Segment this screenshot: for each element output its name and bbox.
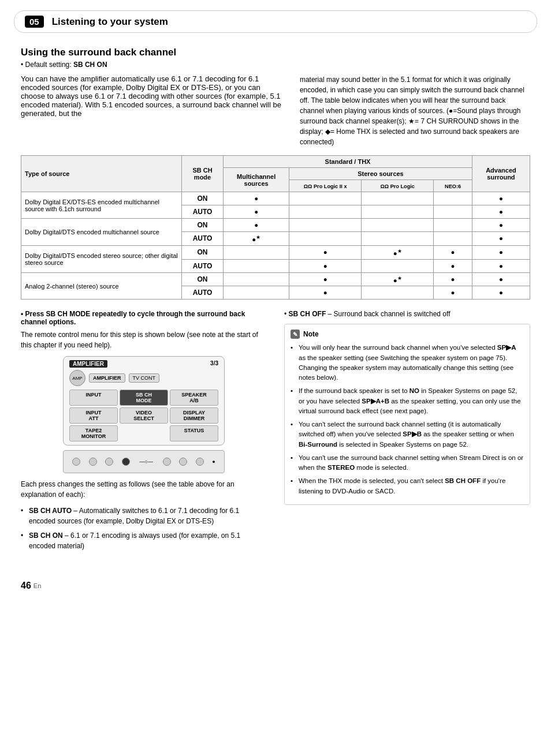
receiver-strip: —○— ● [63, 450, 225, 473]
empty-btn [120, 425, 168, 441]
bullet-sb-auto: SB CH AUTO – Automatically switches to 6… [21, 506, 267, 526]
rcv-dash: —○— [140, 459, 153, 465]
intro-right-text: material may sound better in the 5.1 for… [300, 74, 530, 147]
note-box: ✎ Note You will only hear the surround b… [284, 324, 530, 505]
source-cell: Analog 2-channel (stereo) source [21, 272, 182, 300]
speaker-ab-button[interactable]: SPEAKERA/B [170, 390, 218, 406]
data-cell: ● [224, 219, 289, 232]
data-cell [289, 219, 362, 232]
setting-bullets: SB CH AUTO – Automatically switches to 6… [21, 506, 267, 551]
data-cell: ● [472, 272, 530, 286]
col-header-standard-thx: Standard / THX [224, 156, 472, 168]
rcv-circle-5 [163, 458, 171, 466]
sbch-mode-cell: ON [181, 219, 223, 232]
tape2-monitor-button[interactable]: TAPE2MONITOR [69, 425, 118, 441]
col-header-neo: NEO:6 [434, 180, 472, 192]
input-att-button[interactable]: INPUTATT [69, 407, 118, 424]
input-button[interactable]: INPUT [69, 390, 118, 406]
note-title: ✎ Note [291, 329, 524, 339]
data-cell: ● [472, 232, 530, 246]
data-cell [362, 259, 434, 272]
bottom-right: • SB CH OFF – Surround back channel is s… [284, 310, 530, 555]
data-cell: ● [472, 286, 530, 300]
rcv-circle-6 [179, 458, 187, 466]
data-cell: ● [289, 272, 362, 286]
sbch-mode-cell: AUTO [181, 232, 223, 246]
remote-label: AMPLIFIER [69, 360, 107, 368]
data-cell: ● [224, 205, 289, 219]
sbch-mode-cell: AUTO [181, 205, 223, 219]
table-row: Dolby Digital EX/DTS-ES encoded multicha… [21, 192, 530, 205]
bullet-sb-on: SB CH ON – 6.1 or 7.1 encoding is always… [21, 530, 267, 551]
intro-left: You can have the amplifier automatically… [21, 74, 286, 147]
sbch-mode-cell: ON [181, 245, 223, 259]
data-cell: ● [289, 245, 362, 259]
video-select-button[interactable]: VIDEOSELECT [120, 407, 168, 424]
amplifier-button[interactable]: AMPLIFIER [89, 373, 125, 383]
rcv-dot-filled: ● [212, 459, 215, 465]
data-cell: ● [472, 192, 530, 205]
data-cell [289, 192, 362, 205]
data-cell: ● [434, 259, 472, 272]
data-cell: ● [472, 245, 530, 259]
sbchoff-label: SB CH OFF [289, 310, 326, 318]
remote-buttons: INPUT SB CHMODE SPEAKERA/B INPUTATT VIDE… [69, 390, 218, 441]
note-item: You will only hear the surround back cha… [291, 343, 524, 383]
rcv-circle-2 [89, 458, 97, 466]
table-row: Dolby Digital/DTS encoded multichannel s… [21, 219, 530, 232]
sbchoff-text: – Surround back channel is switched off [328, 310, 451, 318]
data-cell [434, 205, 472, 219]
sbch-mode-cell: ON [181, 272, 223, 286]
intro-left-text: You can have the amplifier automatically… [21, 74, 286, 118]
chapter-number: 05 [25, 16, 44, 28]
chapter-title: Listening to your system [52, 16, 168, 28]
page-bottom: 46 En [0, 581, 551, 591]
surround-table: Type of source SB CHmode Standard / THX … [21, 155, 530, 300]
data-cell: ● [289, 259, 362, 272]
note-item: When the THX mode is selected, you can't… [291, 476, 524, 496]
bottom-section: • Press SB CH MODE repeatedly to cycle t… [21, 310, 530, 555]
data-cell: ● [289, 286, 362, 300]
remote-header: AMPLIFIER 3/3 [69, 360, 218, 368]
data-cell [224, 272, 289, 286]
rcv-circle-3 [105, 458, 113, 466]
bottom-left: • Press SB CH MODE repeatedly to cycle t… [21, 310, 267, 555]
data-cell [224, 286, 289, 300]
data-cell [362, 205, 434, 219]
sbch-mode-cell: ON [181, 192, 223, 205]
subtitle-value: SB CH ON [73, 61, 107, 69]
data-cell: ● [224, 192, 289, 205]
source-cell: Dolby Digital/DTS encoded multichannel s… [21, 219, 182, 246]
amplifier-icon: AMP [69, 370, 85, 386]
data-cell: ● [434, 245, 472, 259]
data-cell [362, 232, 434, 246]
rcv-circle-7 [196, 458, 204, 466]
col-header-source: Type of source [21, 156, 182, 192]
display-dimmer-button[interactable]: DISPLAYDIMMER [170, 407, 218, 424]
page-header: 05 Listening to your system [14, 10, 537, 33]
col-header-stereo: Stereo sources [289, 168, 472, 180]
sbchoff-line: • SB CH OFF – Surround back channel is s… [284, 310, 530, 318]
remote-page: 3/3 [210, 360, 218, 368]
col-header-multichannel: Multichannelsources [224, 168, 289, 192]
data-cell [362, 286, 434, 300]
data-cell [434, 219, 472, 232]
note-item: If the surround back speaker is set to N… [291, 386, 524, 416]
sbch-mode-cell: AUTO [181, 259, 223, 272]
status-button[interactable]: STATUS [170, 425, 218, 441]
section-title: Using the surround back channel [21, 47, 530, 58]
data-cell [434, 232, 472, 246]
data-cell [224, 245, 289, 259]
sbch-mode-button[interactable]: SB CHMODE [120, 390, 168, 406]
data-cell [362, 219, 434, 232]
data-cell: ● [472, 219, 530, 232]
data-cell: ●★ [224, 232, 289, 246]
tv-cont-button[interactable]: TV CONT [129, 373, 160, 383]
data-cell [224, 259, 289, 272]
data-cell [289, 205, 362, 219]
data-cell: ● [434, 272, 472, 286]
data-cell: ●★ [362, 272, 434, 286]
data-cell [434, 192, 472, 205]
source-cell: Dolby Digital EX/DTS-ES encoded multicha… [21, 192, 182, 219]
col-header-pl: ΩΩ Pro Logic [362, 180, 434, 192]
